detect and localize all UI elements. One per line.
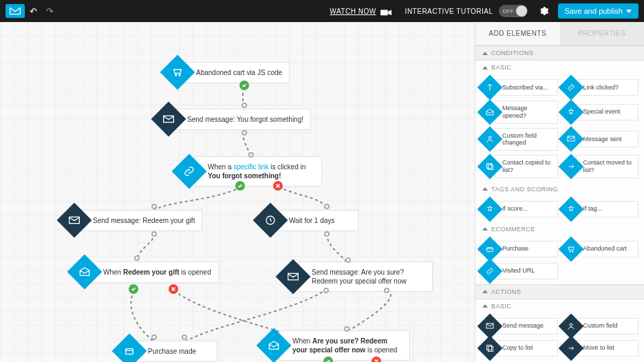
svg-rect-0 xyxy=(380,10,388,16)
port-in[interactable] xyxy=(242,103,247,108)
node-redeem-opened[interactable]: When Redeem your gift is opened xyxy=(72,259,219,284)
node-purchase-made[interactable]: Purchase made xyxy=(117,339,217,362)
chevron-up-icon xyxy=(482,66,488,70)
chevron-up-icon xyxy=(482,304,488,308)
port-out[interactable] xyxy=(324,231,330,237)
element-label: If tag... xyxy=(576,201,639,217)
envelope-icon xyxy=(10,7,21,15)
palette-item[interactable]: Message sent xyxy=(562,128,639,151)
section-conditions[interactable]: CONDITIONS xyxy=(475,45,644,61)
workflow-canvas[interactable]: Abandoned cart via JS code Send message:… xyxy=(0,22,475,362)
element-label: Send message xyxy=(495,318,558,334)
port-in[interactable] xyxy=(324,204,330,209)
save-publish-button[interactable]: Save and publish xyxy=(558,3,638,19)
node-abandoned-cart[interactable]: Abandoned cart via JS code xyxy=(165,60,290,85)
node-wait[interactable]: Wait for 1 days xyxy=(258,208,358,233)
node-label: Send message: Are you sure? Redeem your … xyxy=(299,262,433,292)
element-label: Custom field xyxy=(576,318,639,334)
app-logo[interactable] xyxy=(6,4,25,18)
palette-item[interactable]: Custom field xyxy=(562,317,639,335)
node-label: Wait for 1 days xyxy=(276,210,358,231)
svg-point-12 xyxy=(572,251,573,253)
sub-ecom: ECOMMERCE xyxy=(475,222,644,236)
check-badge xyxy=(129,284,138,294)
tutorial-toggle[interactable]: OFF xyxy=(499,5,528,17)
element-label: Copy to list xyxy=(495,340,558,356)
palette-item[interactable]: Purchase xyxy=(481,240,558,258)
svg-rect-9 xyxy=(489,164,493,169)
undo-button[interactable]: ↶ xyxy=(25,6,41,17)
tab-properties[interactable]: PROPERTIES xyxy=(560,22,645,45)
cart-icon xyxy=(160,55,195,90)
element-label: Purchase xyxy=(495,241,558,257)
palette-item[interactable]: Custom field changed xyxy=(481,128,558,151)
node-label: Send message: Redeem your gift xyxy=(80,210,202,231)
element-label: Subscribed via... xyxy=(495,79,558,96)
chevron-up-icon xyxy=(482,290,488,293)
panel-tabs: ADD ELEMENTS PROPERTIES xyxy=(475,22,644,45)
palette-item[interactable]: Send message xyxy=(481,317,558,335)
svg-point-14 xyxy=(570,323,572,326)
clock-icon xyxy=(253,203,288,238)
palette-item[interactable]: Copy to list xyxy=(481,339,558,357)
node-send-forgot[interactable]: Send message: You forgot something! xyxy=(156,107,311,131)
check-badge xyxy=(239,81,249,90)
port-in[interactable] xyxy=(134,255,140,261)
palette-item[interactable]: Move to list xyxy=(562,339,639,357)
svg-point-11 xyxy=(569,251,570,253)
node-label: When Are you sure? Redeem your special o… xyxy=(279,330,410,361)
redo-button[interactable]: ↷ xyxy=(41,6,58,17)
element-label: Special event xyxy=(576,104,639,120)
node-send-redeem[interactable]: Send message: Redeem your gift xyxy=(62,208,202,233)
cross-badge xyxy=(372,356,381,362)
palette-item[interactable]: Abandoned cart xyxy=(562,240,639,258)
cross-badge xyxy=(169,284,178,294)
palette-item[interactable]: If score... xyxy=(481,200,558,218)
svg-rect-5 xyxy=(126,349,133,354)
element-label: Link clicked? xyxy=(576,79,639,96)
chevron-up-icon xyxy=(482,187,488,191)
watch-now-link[interactable]: WATCH NOW xyxy=(330,8,376,15)
tab-add-elements[interactable]: ADD ELEMENTS xyxy=(475,22,560,45)
section-actions[interactable]: ACTIONS xyxy=(475,284,644,299)
port-in[interactable] xyxy=(151,204,157,209)
palette-item[interactable]: Contact moved to list? xyxy=(562,155,639,178)
palette-item[interactable]: Message opened? xyxy=(481,100,558,124)
settings-button[interactable] xyxy=(537,5,550,17)
node-link-clicked[interactable]: When a specific link is clicked in You f… xyxy=(177,156,322,187)
tutorial-label: INTERACTIVE TUTORIAL xyxy=(405,8,493,15)
port-out[interactable] xyxy=(323,288,329,293)
video-icon xyxy=(380,7,391,15)
palette-item[interactable]: If tag... xyxy=(562,200,639,218)
port-out[interactable] xyxy=(242,130,247,136)
node-send-areyousure[interactable]: Send message: Are you sure? Redeem your … xyxy=(281,262,433,292)
port-out[interactable] xyxy=(384,288,389,293)
port-in[interactable] xyxy=(182,334,187,340)
chevron-up-icon xyxy=(482,52,488,55)
element-label: Custom field changed xyxy=(495,128,558,151)
port-in[interactable] xyxy=(248,152,254,158)
port-out[interactable] xyxy=(151,231,157,237)
node-label: Send message: You forgot something! xyxy=(174,109,311,130)
element-label: Contact moved to list? xyxy=(576,155,639,178)
svg-rect-16 xyxy=(489,346,493,351)
port-in[interactable] xyxy=(345,257,351,263)
node-areyousure-opened[interactable]: When Are you sure? Redeem your special o… xyxy=(261,330,410,361)
mail-icon xyxy=(57,203,92,238)
port-in[interactable] xyxy=(344,326,350,332)
sub-tags: TAGS AND SCORING xyxy=(475,182,644,196)
open-mail-icon xyxy=(67,255,103,290)
svg-rect-13 xyxy=(486,323,493,328)
palette-item[interactable]: Visited URL xyxy=(481,262,558,280)
palette-item[interactable]: Link clicked? xyxy=(562,78,639,96)
svg-rect-8 xyxy=(487,163,492,168)
element-label: Message opened? xyxy=(495,100,558,124)
palette-item[interactable]: Subscribed via... xyxy=(481,78,558,96)
element-label: Visited URL xyxy=(495,263,558,279)
palette-item[interactable]: Special event xyxy=(562,100,639,124)
node-label: When Redeem your gift is opened xyxy=(90,262,219,283)
sub-basic: BASIC xyxy=(475,61,644,74)
port-in[interactable] xyxy=(151,334,157,340)
element-label: Message sent xyxy=(576,131,639,147)
palette-item[interactable]: Contact copied to list? xyxy=(481,155,558,178)
